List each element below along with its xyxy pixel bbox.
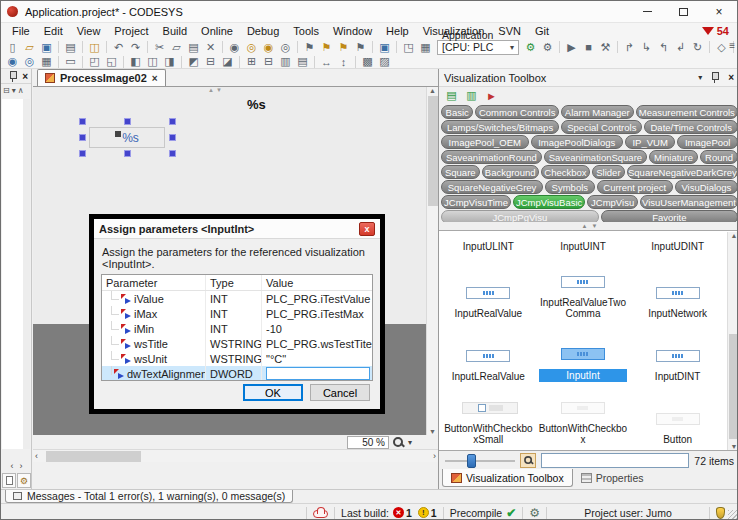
effects-icon[interactable]: ▨: [376, 54, 393, 69]
parameter-row[interactable]: dwTextAlignment DWORD: [102, 366, 372, 381]
breakpoint-icon[interactable]: ◇: [713, 40, 730, 55]
cut-icon[interactable]: ✂: [151, 40, 168, 55]
undo-icon[interactable]: ↶: [110, 40, 127, 55]
separator[interactable]: [706, 40, 713, 55]
magnifier-icon[interactable]: [392, 436, 405, 449]
category-scroll-strip[interactable]: ▲ ▼: [440, 222, 738, 230]
login-icon[interactable]: ⚙: [522, 40, 539, 55]
active-application-combo[interactable]: Application [CPU: PLC Logic] ▾: [437, 40, 519, 55]
parameter-row[interactable]: iMin INT -10: [102, 321, 372, 336]
collapse-all-icon[interactable]: ⊟: [3, 86, 10, 95]
align-top-icon[interactable]: ◩: [185, 54, 202, 69]
menu-tools[interactable]: Tools: [286, 23, 326, 39]
align-center-icon[interactable]: ◫: [144, 54, 161, 69]
category-slider[interactable]: Slider: [592, 165, 625, 179]
category-visuusermanagement[interactable]: VisuUserManagement: [640, 195, 738, 209]
category-background[interactable]: Background: [482, 165, 539, 179]
restart-icon[interactable]: ↻: [689, 40, 706, 55]
category-symbols[interactable]: Symbols: [545, 180, 595, 194]
resize-handle[interactable]: [169, 134, 176, 141]
nav-right-icon[interactable]: ›: [20, 461, 23, 471]
parameter-value[interactable]: PLC_PRG.wsTestTitel: [266, 338, 372, 350]
separator[interactable]: [120, 54, 127, 69]
editor-horizontal-scrollbar[interactable]: ‹ ›: [33, 449, 438, 462]
select-tool-icon[interactable]: ◉: [4, 54, 21, 69]
export-items-icon[interactable]: ▤: [443, 88, 460, 103]
separator[interactable]: [556, 40, 563, 55]
save-all-icon[interactable]: ▣: [376, 40, 393, 55]
scroll-down-icon[interactable]: ▼: [731, 443, 738, 450]
close-panel-icon[interactable]: ×: [22, 71, 28, 82]
ok-button[interactable]: OK: [243, 384, 303, 401]
category-common-controls[interactable]: Common Controls: [475, 105, 559, 119]
scrollbar-thumb[interactable]: [46, 451, 141, 462]
step-into-icon[interactable]: ↳: [638, 40, 655, 55]
reset-icon[interactable]: ⚒: [597, 40, 614, 55]
resize-grip[interactable]: [728, 510, 738, 520]
save-icon[interactable]: ▣: [38, 40, 55, 55]
separator[interactable]: [79, 54, 86, 69]
pin-icon[interactable]: [710, 71, 720, 84]
menu-project[interactable]: Project: [107, 23, 155, 39]
resize-handle[interactable]: [124, 150, 131, 157]
open-file-icon[interactable]: ▱: [21, 40, 38, 55]
resize-handle[interactable]: [79, 150, 86, 157]
toolbox-search-input[interactable]: [541, 453, 689, 468]
parameter-value[interactable]: -10: [266, 323, 282, 335]
parameter-value[interactable]: PLC_PRG.iTestMax: [266, 308, 364, 320]
thumbnail-size-slider[interactable]: [445, 454, 515, 468]
panel-menu-icon[interactable]: ▾: [698, 73, 702, 82]
item-input-ulint[interactable]: InputULINT: [441, 233, 536, 259]
new-file-icon[interactable]: ▯: [4, 40, 21, 55]
move-backward-icon[interactable]: ▤: [294, 54, 311, 69]
toolbar-overflow-icon[interactable]: ≡: [729, 40, 735, 51]
category-jcmpvisubasic[interactable]: JCmpVisuBasic: [513, 195, 585, 209]
copy-icon[interactable]: ▱: [168, 40, 185, 55]
open-frame-icon[interactable]: ►: [483, 88, 500, 103]
item-input-udint[interactable]: InputUDINT: [630, 233, 725, 259]
zoom-dropdown-icon[interactable]: ▾: [408, 438, 412, 447]
parameter-row[interactable]: iValue INT PLC_PRG.iTestValue: [102, 291, 372, 306]
dialog-close-button[interactable]: x: [359, 222, 375, 236]
category-imagepooldialogs[interactable]: ImagePoolDialogs: [531, 135, 623, 149]
group-icon[interactable]: ◰: [86, 54, 103, 69]
category-measurement-controls[interactable]: Measurement Controls: [636, 105, 738, 119]
parameter-value[interactable]: "°C": [266, 353, 286, 365]
ungroup-icon[interactable]: ◱: [103, 54, 120, 69]
separator[interactable]: [144, 40, 151, 55]
separator[interactable]: [55, 40, 62, 55]
category-lamps-switches-bitmaps[interactable]: Lamps/Switches/Bitmaps: [441, 120, 559, 134]
separator[interactable]: [103, 40, 110, 55]
run-to-cursor-icon[interactable]: ↲: [672, 40, 689, 55]
search-button[interactable]: [520, 453, 536, 468]
close-panel-icon[interactable]: ×: [728, 72, 734, 83]
toolbox-vertical-scrollbar[interactable]: ▲ ▼: [727, 232, 738, 450]
library-manager-icon[interactable]: ◳: [400, 40, 417, 55]
category-saveanimationsquare[interactable]: SaveanimationSquare: [544, 150, 647, 164]
resize-handle[interactable]: [79, 118, 86, 125]
send-back-icon[interactable]: ⊟: [260, 54, 277, 69]
separator[interactable]: [55, 54, 62, 69]
same-height-icon[interactable]: ↕: [335, 54, 352, 69]
find-next-icon[interactable]: ◉: [260, 40, 277, 55]
delete-icon[interactable]: ✕: [202, 40, 219, 55]
tab-visualization-toolbox[interactable]: Visualization Toolbox: [442, 469, 573, 487]
find-icon[interactable]: ◉: [226, 40, 243, 55]
paste-icon[interactable]: ▤: [185, 40, 202, 55]
align-left-icon[interactable]: ◧: [127, 54, 144, 69]
separator[interactable]: [236, 54, 243, 69]
filter-funnel-icon[interactable]: [702, 27, 714, 35]
devices-tab[interactable]: ⚙: [17, 473, 31, 488]
separator[interactable]: [352, 54, 359, 69]
start-icon[interactable]: ▶: [563, 40, 580, 55]
package-icon[interactable]: ◫: [86, 40, 103, 55]
bookmark-next-icon[interactable]: ⚑: [318, 40, 335, 55]
separator[interactable]: [79, 40, 86, 55]
item-input-realvalue-twocomma[interactable]: InputRealValueTwoComma: [536, 259, 631, 322]
category-visudialogs[interactable]: VisuDialogs: [675, 180, 738, 194]
category-jcmpvisu[interactable]: JCmpVisu: [587, 195, 638, 209]
menu-build[interactable]: Build: [156, 23, 194, 39]
editor-vertical-scrollbar[interactable]: ▲ ▼: [426, 87, 438, 435]
category-imagepool-oem[interactable]: ImagePool_OEM: [441, 135, 529, 149]
category-ip-vum[interactable]: IP_VUM: [625, 135, 676, 149]
